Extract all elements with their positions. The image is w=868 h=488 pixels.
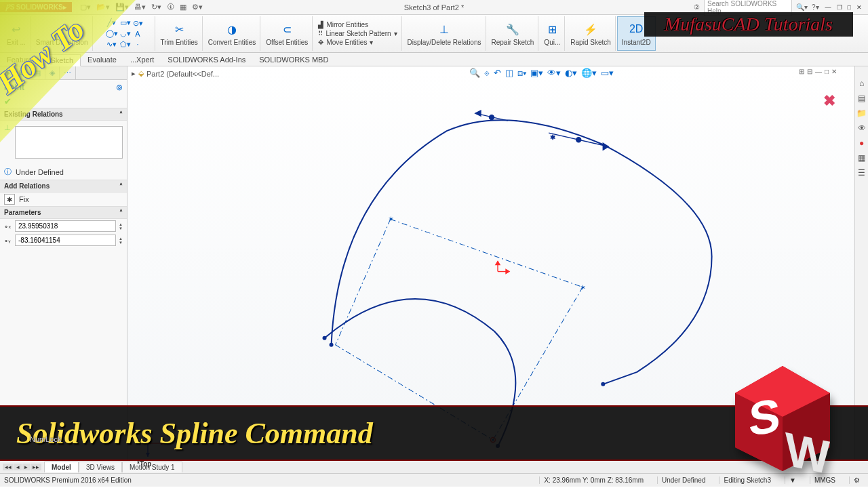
pm-title: Point <box>4 83 24 92</box>
repair-sketch-button[interactable]: 🔧Repair Sketch <box>488 16 539 51</box>
svg-point-10 <box>323 336 327 340</box>
tab-sketch[interactable]: Sketch <box>43 54 81 66</box>
section-add-relations[interactable]: Add Relations˄ <box>0 180 127 192</box>
svg-point-14 <box>489 115 494 120</box>
pm-tab-strip: ⬗ ▣ ▤ ◈ ⋯ <box>0 66 127 80</box>
maximize-button[interactable]: □ <box>846 4 853 11</box>
pm-tab-config-icon[interactable]: ▣ <box>14 66 30 79</box>
pm-tab-feature-icon[interactable]: ⬗ <box>0 66 14 79</box>
ribbon-tabs: Features Sketch Evaluate ...Xpert SOLIDW… <box>0 53 868 66</box>
restore-button[interactable]: ❐ <box>835 4 844 11</box>
document-title: Sketch3 of Part2 * <box>404 3 465 12</box>
tab-model[interactable]: Model <box>44 462 79 472</box>
svg-point-9 <box>601 382 605 386</box>
help-dropdown-icon[interactable]: ?▾ <box>812 3 819 11</box>
relation-type-icon: ⊥ <box>4 123 11 132</box>
svg-text:✶: ✶ <box>580 283 586 291</box>
options-icon[interactable]: 🛈 <box>167 3 174 12</box>
convert-entities-button[interactable]: ◑Convert Entities <box>204 16 261 51</box>
settings-icon[interactable]: ▦ <box>180 3 186 12</box>
fix-icon: ✱ <box>4 194 15 205</box>
status-mode: Editing Sketch3 <box>719 476 775 484</box>
status-units[interactable]: MMGS <box>810 476 840 484</box>
gear-icon[interactable]: ⚙▾ <box>192 3 203 12</box>
svg-line-2 <box>493 287 583 440</box>
pm-tab-more-icon[interactable]: ⋯ <box>60 66 76 79</box>
save-icon[interactable]: 💾▾ <box>115 3 129 12</box>
sketch-entity-tools[interactable]: ╱▾◯▾∿▾ ▭▾◡▾⬠▾ ⊙▾A∙ <box>94 16 155 51</box>
open-icon[interactable]: 📂▾ <box>96 3 110 12</box>
svg-marker-7 <box>496 262 500 265</box>
param-x-spinner[interactable]: ▲▼ <box>119 222 123 230</box>
taskpane-custom-icon[interactable]: ▦ <box>858 153 865 163</box>
section-parameters[interactable]: Parameters˄ <box>0 206 127 219</box>
existing-relations-list[interactable] <box>15 126 123 159</box>
status-flag-icon[interactable]: ▼ <box>785 476 800 484</box>
pm-ok-icon[interactable]: ✔ <box>4 96 12 106</box>
help-search[interactable]: Search SOLIDWORKS Help <box>704 0 792 16</box>
graphics-viewport[interactable]: ▸ ⬙ Part2 (Default<<Def... 🔍⟐ ↶◫ ⧈▾▣▾ 👁▾… <box>127 66 854 460</box>
param-y-input[interactable] <box>15 235 116 246</box>
quick-snaps-button[interactable]: ⊞Qui... <box>540 16 565 51</box>
tab-nav-last[interactable]: ▸▸ <box>31 464 41 470</box>
status-define: Under Defined <box>657 476 709 484</box>
definition-status: ⓘ Under Defined <box>0 164 127 180</box>
new-icon[interactable]: ▢▾ <box>80 3 91 12</box>
taskpane-appearances-icon[interactable]: ● <box>859 138 864 148</box>
trim-entities-button[interactable]: ✂Trim Entities <box>157 16 203 51</box>
view-tabs: ◂◂ ◂ ▸ ▸▸ Model 3D Views Motion Study 1 <box>0 460 868 473</box>
taskpane-view-icon[interactable]: 👁 <box>858 123 866 133</box>
tab-addins[interactable]: SOLIDWORKS Add-Ins <box>161 54 252 65</box>
rebuild-icon[interactable]: ↻▾ <box>151 3 161 12</box>
taskpane-forum-icon[interactable]: ☰ <box>858 168 865 178</box>
tab-features[interactable]: Features <box>0 54 43 65</box>
svg-line-0 <box>391 219 583 287</box>
display-relations-button[interactable]: ⊥Display/Delete Relations <box>403 16 486 51</box>
quick-access-toolbar: ▢▾ 📂▾ 💾▾ 🖶▾ ↻▾ 🛈 ▦ ⚙▾ <box>80 3 203 12</box>
svg-text:✶: ✶ <box>388 215 394 223</box>
svg-point-8 <box>330 343 334 347</box>
taskpane-home-icon[interactable]: ⌂ <box>859 79 864 88</box>
view-plane-label: *Top <box>137 460 151 468</box>
pm-pin-icon[interactable]: ⊚ <box>116 83 123 92</box>
pattern-tools[interactable]: ▟Mirror Entities ⠿Linear Sketch Pattern … <box>314 16 401 51</box>
overlay-numlock: NumLock <box>30 435 61 443</box>
search-icon[interactable]: 🔍▾ <box>796 3 808 11</box>
instant2d-button[interactable]: 2DInstant2D <box>617 16 656 51</box>
tab-3dviews[interactable]: 3D Views <box>79 462 122 472</box>
pm-tab-display-icon[interactable]: ▤ <box>30 66 45 79</box>
rapid-sketch-button[interactable]: ⚡Rapid Sketch <box>566 16 615 51</box>
status-coords: X: 23.96mm Y: 0mm Z: 83.16mm <box>539 476 648 484</box>
help-icon[interactable]: ② <box>694 3 700 11</box>
info-icon: ⓘ <box>4 167 12 177</box>
exit-sketch-button[interactable]: ↩Exit ... <box>3 16 31 51</box>
offset-entities-button[interactable]: ⊂Offset Entities <box>262 16 313 51</box>
smart-dimension-button[interactable]: ⤢Smart Dimension <box>32 16 93 51</box>
svg-point-11 <box>496 444 500 448</box>
tab-nav-first[interactable]: ◂◂ <box>3 464 14 470</box>
tab-nav-next[interactable]: ▸ <box>22 464 30 470</box>
param-y-spinner[interactable]: ▲▼ <box>119 237 123 245</box>
taskpane-library-icon[interactable]: 📁 <box>856 108 867 118</box>
section-existing-relations[interactable]: Existing Relations˄ <box>0 108 127 121</box>
tab-motion[interactable]: Motion Study 1 <box>122 462 182 472</box>
param-x-input[interactable] <box>15 220 116 232</box>
tab-nav-prev[interactable]: ◂ <box>14 464 22 470</box>
svg-point-22 <box>492 439 494 441</box>
tab-evaluate[interactable]: Evaluate <box>81 54 123 65</box>
status-gear-icon[interactable]: ⚙ <box>849 476 864 484</box>
sketch-canvas: ✶ ✶✶ <box>127 66 854 460</box>
pm-tab-appear-icon[interactable]: ◈ <box>45 66 60 79</box>
print-icon[interactable]: 🖶▾ <box>134 3 146 12</box>
tab-mbd[interactable]: SOLIDWORKS MBD <box>252 54 335 65</box>
svg-marker-5 <box>506 270 509 274</box>
close-button[interactable]: ✕ <box>854 4 864 11</box>
taskpane-resources-icon[interactable]: ▤ <box>858 94 865 103</box>
svg-marker-13 <box>475 110 481 116</box>
minimize-button[interactable]: — <box>823 4 833 11</box>
status-bar: SOLIDWORKS Premium 2016 x64 Edition X: 2… <box>0 473 868 487</box>
tab-xpert[interactable]: ...Xpert <box>123 54 161 65</box>
svg-line-3 <box>336 345 493 440</box>
relation-fix[interactable]: ✱Fix <box>0 192 127 206</box>
status-edition: SOLIDWORKS Premium 2016 x64 Edition <box>4 476 132 484</box>
